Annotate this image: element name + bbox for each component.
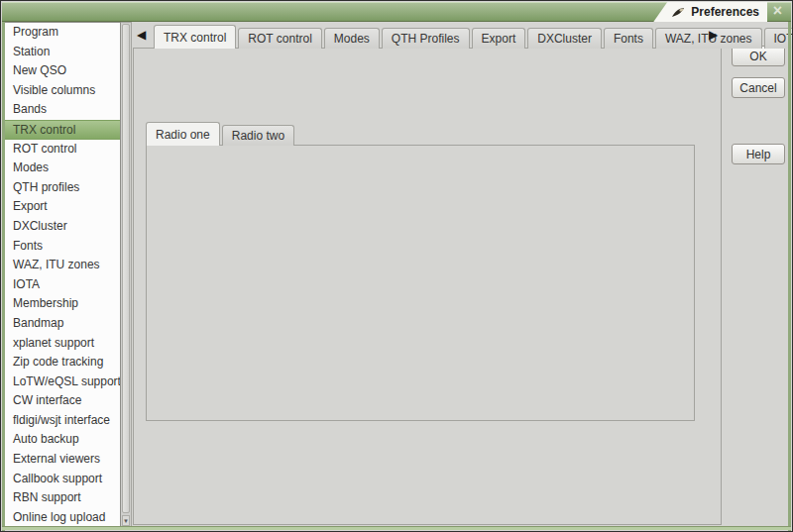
sidebar-item[interactable]: DXCluster bbox=[5, 217, 120, 237]
sidebar-item[interactable]: Membership bbox=[5, 294, 120, 314]
cancel-button[interactable]: Cancel bbox=[732, 77, 785, 98]
tab-bar: TRX control ROT control Modes QTH Profil… bbox=[154, 25, 793, 49]
tab[interactable]: Modes bbox=[324, 28, 380, 49]
scrollbar-thumb[interactable] bbox=[122, 24, 130, 513]
app-icon bbox=[671, 7, 686, 18]
sidebar-item[interactable]: Bands bbox=[5, 100, 120, 120]
sidebar-item[interactable]: Export bbox=[5, 197, 120, 217]
tab-scroll-right-icon[interactable]: ▶ bbox=[709, 28, 718, 42]
sidebar-item[interactable]: xplanet support bbox=[5, 334, 120, 354]
sidebar-item[interactable]: Modes bbox=[5, 159, 120, 178]
sidebar-item[interactable]: Bandmap bbox=[5, 314, 120, 334]
tab[interactable]: TRX control bbox=[154, 25, 236, 49]
sidebar-item[interactable]: Station bbox=[5, 43, 120, 62]
radio-tab[interactable]: Radio two bbox=[222, 125, 294, 146]
sidebar-item[interactable]: Fonts bbox=[5, 237, 120, 257]
sidebar-item[interactable]: LoTW/eQSL support bbox=[5, 372, 120, 392]
sidebar-category-list: Program Station New QSO Visible columns … bbox=[5, 22, 121, 528]
sidebar-item[interactable]: RBN support bbox=[5, 488, 120, 508]
title-tab: Preferences bbox=[653, 2, 767, 22]
tab[interactable]: Fonts bbox=[604, 28, 653, 49]
sidebar-item[interactable]: QTH profiles bbox=[5, 178, 120, 198]
sidebar-item[interactable]: External viewers bbox=[5, 450, 120, 470]
radio-tab-bar: Radio one Radio two bbox=[146, 122, 296, 146]
sidebar-item[interactable]: New QSO bbox=[5, 61, 120, 81]
sidebar-item[interactable]: Program bbox=[5, 23, 120, 43]
sidebar-item[interactable]: Online log upload bbox=[5, 508, 120, 528]
radio-tab[interactable]: Radio one bbox=[146, 122, 220, 146]
preferences-window: Preferences × Program Station New QSO Vi… bbox=[0, 0, 793, 532]
sidebar-item[interactable]: Auto backup bbox=[5, 430, 120, 450]
scrollbar-down-icon[interactable]: ▼ bbox=[122, 515, 130, 526]
sidebar-item[interactable]: Zip code tracking bbox=[5, 353, 120, 372]
help-button[interactable]: Help bbox=[732, 144, 785, 164]
sidebar-item[interactable]: WAZ, ITU zones bbox=[5, 256, 120, 275]
radio-one-panel bbox=[146, 145, 695, 421]
sidebar-item[interactable]: TRX control bbox=[5, 120, 120, 140]
sidebar-item[interactable]: Callbook support bbox=[5, 470, 120, 489]
tab[interactable]: Export bbox=[472, 28, 526, 49]
tab[interactable]: ROT control bbox=[238, 28, 321, 49]
sidebar-item[interactable]: CW interface bbox=[5, 391, 120, 411]
tab-scroll-left-icon[interactable]: ◀ bbox=[137, 28, 146, 42]
titlebar[interactable]: Preferences × bbox=[2, 2, 791, 22]
window-title: Preferences bbox=[691, 5, 759, 19]
window-frame-bottom bbox=[2, 526, 791, 530]
sidebar-scrollbar[interactable]: ▼ bbox=[121, 22, 132, 528]
tab[interactable]: QTH Profiles bbox=[382, 28, 470, 49]
sidebar-item[interactable]: Visible columns bbox=[5, 81, 120, 101]
window-frame-right bbox=[788, 2, 791, 532]
tab[interactable]: DXCluster bbox=[527, 28, 602, 49]
sidebar-item[interactable]: ROT control bbox=[5, 140, 120, 160]
sidebar-item[interactable]: fldigi/wsjt interface bbox=[5, 411, 120, 431]
sidebar-item[interactable]: IOTA bbox=[5, 275, 120, 295]
window-frame-left bbox=[2, 2, 5, 532]
close-icon[interactable]: × bbox=[769, 3, 786, 20]
